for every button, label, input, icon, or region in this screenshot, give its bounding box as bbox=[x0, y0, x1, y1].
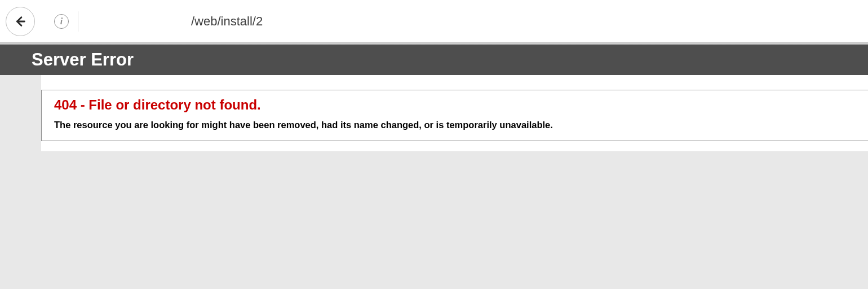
address-bar[interactable] bbox=[78, 10, 868, 33]
arrow-left-icon bbox=[14, 15, 26, 28]
content-container: 404 - File or directory not found. The r… bbox=[41, 75, 868, 151]
error-box: 404 - File or directory not found. The r… bbox=[41, 90, 868, 141]
browser-toolbar: i bbox=[0, 0, 868, 43]
error-description: The resource you are looking for might h… bbox=[54, 120, 856, 130]
error-header-band: Server Error bbox=[0, 45, 868, 75]
page-title: Server Error bbox=[32, 50, 134, 70]
error-heading: 404 - File or directory not found. bbox=[54, 97, 856, 113]
site-info-icon[interactable]: i bbox=[54, 14, 69, 29]
info-glyph: i bbox=[60, 16, 63, 27]
back-button[interactable] bbox=[6, 7, 35, 36]
